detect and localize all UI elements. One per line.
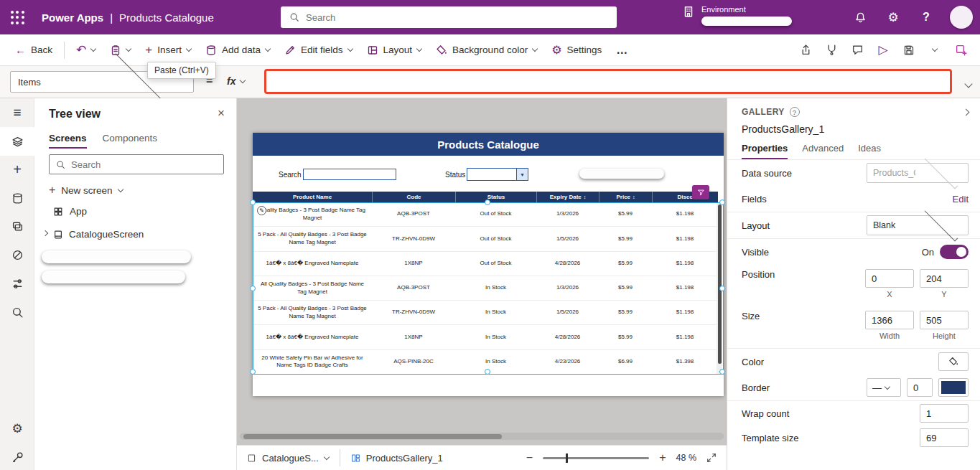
table-row[interactable]: 5 Pack - All Quality Badges - 3 Post Bad…: [253, 227, 718, 251]
template-size-input[interactable]: [920, 428, 969, 447]
border-width-input[interactable]: [907, 378, 933, 397]
notifications-button[interactable]: [848, 5, 872, 29]
global-search[interactable]: [281, 6, 617, 28]
table-row[interactable]: 1â€� x 8â€� Engraved Nameplate1X8NPIn St…: [253, 325, 718, 349]
zoom-in-button[interactable]: +: [659, 451, 666, 464]
insert-button[interactable]: + Insert: [139, 39, 197, 61]
environment-picker[interactable]: Environment: [682, 5, 792, 26]
comments-button[interactable]: [846, 39, 868, 61]
redacted-control[interactable]: [579, 169, 664, 179]
collapse-panel-button[interactable]: [963, 107, 969, 117]
filter-button[interactable]: [692, 185, 709, 199]
app-search-input[interactable]: [303, 169, 396, 180]
chevron-down-icon: [964, 80, 972, 88]
app-settings-button[interactable]: ⚙ Settings: [545, 39, 608, 61]
tab-screens[interactable]: Screens: [49, 133, 87, 149]
edit-fields-link[interactable]: Edit: [953, 194, 969, 205]
formula-input[interactable]: Switch( varSortColumn: [264, 69, 952, 94]
help-icon[interactable]: ?: [790, 107, 800, 117]
column-header[interactable]: Product Name: [253, 192, 372, 202]
tree-search[interactable]: [49, 154, 224, 174]
zoom-slider[interactable]: [543, 457, 649, 459]
rail-insert-button[interactable]: +: [0, 155, 34, 184]
expand-formula-button[interactable]: [966, 77, 971, 90]
data-source-dropdown[interactable]: Products_Catalogue: [867, 163, 969, 183]
column-header[interactable]: Expiry Date↕: [536, 192, 599, 202]
layout-button[interactable]: Layout: [360, 39, 429, 61]
visible-toggle[interactable]: [940, 245, 969, 259]
fx-selector[interactable]: fx: [227, 75, 245, 87]
app-checker-button[interactable]: [821, 39, 842, 61]
table-row[interactable]: 5 Pack - All Quality Badges - 3 Post Bad…: [253, 301, 718, 325]
app-launcher-icon[interactable]: [0, 0, 34, 34]
gallery-rows[interactable]: Quality Badges - 3 Post Badge Name Tag M…: [253, 202, 718, 375]
table-row[interactable]: Quality Badges - 3 Post Badge Name Tag M…: [253, 202, 718, 227]
gallery-scrollbar[interactable]: [717, 202, 722, 375]
rail-power-automate-button[interactable]: [0, 240, 34, 269]
rail-variables-button[interactable]: [0, 269, 34, 298]
app-status-dropdown[interactable]: ▼: [467, 168, 528, 181]
sidebar-item-app[interactable]: App: [53, 206, 87, 217]
collapse-rail-button[interactable]: ≡: [0, 98, 34, 127]
border-color-swatch[interactable]: [938, 378, 969, 397]
rail-media-button[interactable]: [0, 212, 34, 240]
border-style-dropdown[interactable]: —: [867, 378, 901, 397]
column-header[interactable]: Price↕: [599, 192, 652, 202]
tree-search-input[interactable]: [71, 159, 217, 170]
new-screen-button[interactable]: + New screen: [49, 184, 123, 197]
column-header[interactable]: Code: [372, 192, 455, 202]
screen-selector[interactable]: CatalogueS...: [247, 453, 329, 464]
cell-expiry: 1/3/2026: [536, 210, 599, 218]
table-row[interactable]: 20 White Safety Pin Bar w/ Adhesive for …: [253, 350, 718, 375]
overflow-button[interactable]: …: [610, 39, 634, 62]
close-icon[interactable]: ×: [218, 106, 225, 121]
scrollbar-thumb[interactable]: [243, 434, 502, 439]
size-width-input[interactable]: [865, 311, 914, 329]
tab-components[interactable]: Components: [103, 133, 158, 149]
tab-advanced[interactable]: Advanced: [802, 143, 844, 159]
add-data-button[interactable]: Add data: [199, 39, 276, 61]
canvas-area[interactable]: Products Catalogue Search Status ▼ Produ…: [237, 98, 727, 445]
selected-control-chip[interactable]: ProductsGallery_1: [351, 453, 443, 464]
save-button[interactable]: [898, 39, 920, 61]
settings-button[interactable]: ⚙: [881, 5, 905, 29]
redacted-tree-item[interactable]: [42, 271, 185, 283]
zoom-slider-thumb[interactable]: [566, 453, 568, 463]
sidebar-item-cataloguescreen[interactable]: CatalogueScreen: [43, 229, 144, 240]
rail-settings-button[interactable]: ⚙: [0, 414, 34, 443]
rail-search-button[interactable]: [0, 298, 34, 326]
account-avatar[interactable]: [950, 6, 973, 29]
color-picker-button[interactable]: [938, 352, 969, 371]
size-height-input[interactable]: [920, 311, 969, 329]
app-preview[interactable]: Products Catalogue Search Status ▼ Produ…: [253, 133, 724, 396]
cell-status: Out of Stock: [455, 260, 536, 268]
tab-properties[interactable]: Properties: [742, 143, 788, 159]
position-x-input[interactable]: [865, 269, 914, 288]
wrap-count-input[interactable]: [920, 404, 969, 423]
rail-tree-view-button[interactable]: [0, 127, 34, 156]
edit-item-icon[interactable]: ✎: [257, 206, 266, 215]
save-options-button[interactable]: [924, 39, 946, 61]
fullscreen-button[interactable]: [706, 453, 717, 463]
preview-button[interactable]: ▷: [872, 39, 894, 61]
rail-tools-button[interactable]: [0, 443, 34, 470]
undo-button[interactable]: ↶: [70, 39, 102, 61]
edit-fields-button[interactable]: Edit fields: [278, 39, 359, 61]
zoom-out-button[interactable]: −: [526, 451, 533, 464]
redacted-tree-item[interactable]: [42, 250, 191, 263]
table-row[interactable]: 1â€� x 8â€� Engraved Nameplate1X8NPOut o…: [253, 252, 718, 276]
column-header[interactable]: Status: [455, 192, 536, 202]
table-row[interactable]: All Quality Badges - 3 Post Badge Name T…: [253, 276, 718, 301]
new-app-button[interactable]: [950, 39, 971, 61]
layout-dropdown[interactable]: Blank: [867, 215, 969, 235]
global-search-input[interactable]: [306, 12, 608, 23]
help-button[interactable]: ?: [914, 5, 938, 29]
rail-data-button[interactable]: [0, 184, 34, 212]
scrollbar-thumb[interactable]: [718, 205, 722, 364]
background-color-button[interactable]: Background color: [429, 39, 543, 61]
position-y-input[interactable]: [920, 269, 969, 288]
canvas-horizontal-scrollbar[interactable]: [240, 433, 724, 440]
share-button[interactable]: [795, 39, 816, 61]
tab-ideas[interactable]: Ideas: [858, 143, 881, 159]
back-button[interactable]: ← Back: [9, 39, 59, 60]
